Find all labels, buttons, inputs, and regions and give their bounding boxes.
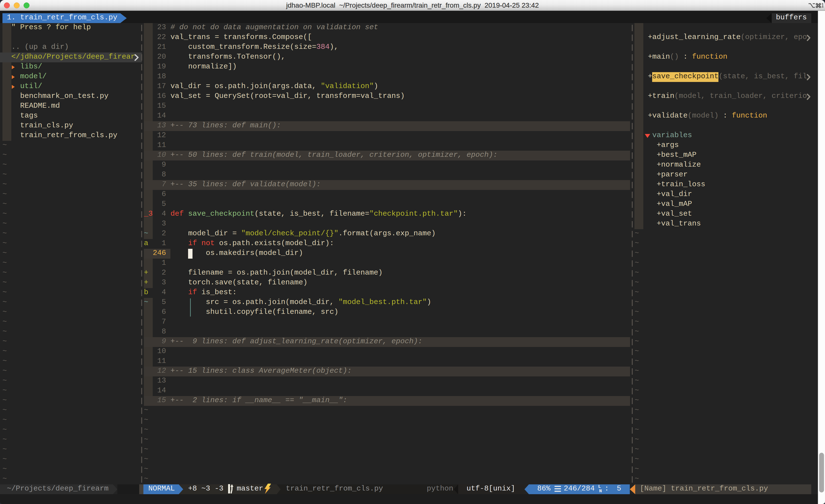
svg-text:1: 1 <box>821 2 824 8</box>
